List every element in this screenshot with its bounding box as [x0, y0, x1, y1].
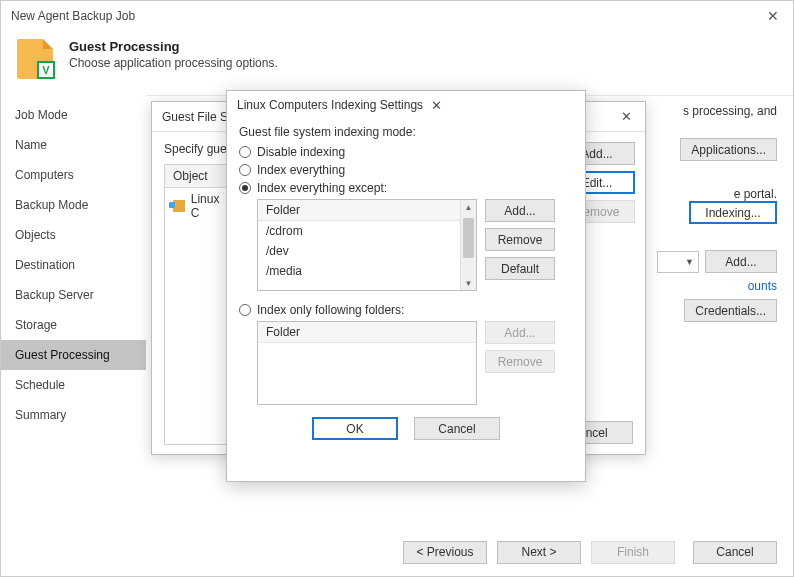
text-fragment-processing: s processing, and	[657, 104, 777, 118]
step-summary[interactable]: Summary	[1, 400, 146, 430]
badge-icon: V	[37, 61, 55, 79]
scrollbar[interactable]: ▲ ▼	[460, 200, 476, 290]
scroll-down-icon[interactable]: ▼	[461, 276, 476, 290]
computer-icon	[173, 200, 185, 212]
indexing-dialog-title: Linux Computers Indexing Settings	[237, 98, 423, 112]
table-row	[165, 400, 233, 422]
text-fragment-portal: e portal.	[657, 187, 777, 201]
except-remove-button[interactable]: Remove	[485, 228, 555, 251]
step-computers[interactable]: Computers	[1, 160, 146, 190]
page-subtitle: Choose application processing options.	[69, 56, 278, 70]
close-icon[interactable]: ✕	[423, 92, 449, 118]
radio-index-only[interactable]: Index only following folders:	[239, 303, 573, 317]
cancel-button[interactable]: Cancel	[414, 417, 500, 440]
indexing-settings-dialog: Linux Computers Indexing Settings ✕ Gues…	[226, 90, 586, 482]
applications-button[interactable]: Applications...	[680, 138, 777, 161]
table-row	[165, 422, 233, 444]
step-objects[interactable]: Objects	[1, 220, 146, 250]
table-row	[165, 378, 233, 400]
except-default-button[interactable]: Default	[485, 257, 555, 280]
previous-button[interactable]: < Previous	[403, 541, 487, 564]
close-icon[interactable]: ✕	[753, 1, 793, 31]
chevron-down-icon: ▼	[685, 257, 694, 267]
table-row	[165, 290, 233, 312]
step-name[interactable]: Name	[1, 130, 146, 160]
radio-label: Index only following folders:	[257, 303, 404, 317]
titlebar: New Agent Backup Job ✕	[1, 1, 793, 31]
list-item	[258, 281, 460, 290]
list-item[interactable]: /media	[258, 261, 460, 281]
finish-button: Finish	[591, 541, 675, 564]
except-add-button[interactable]: Add...	[485, 199, 555, 222]
table-row	[165, 224, 233, 246]
right-controls: s processing, and Applications... e port…	[657, 104, 777, 328]
list-header: Folder	[258, 322, 476, 343]
table-row	[165, 334, 233, 356]
scroll-up-icon[interactable]: ▲	[461, 200, 476, 214]
radio-index-except[interactable]: Index everything except:	[239, 181, 573, 195]
only-remove-button: Remove	[485, 350, 555, 373]
step-guest-processing[interactable]: Guest Processing	[1, 340, 146, 370]
ok-button[interactable]: OK	[312, 417, 398, 440]
list-item[interactable]: /dev	[258, 241, 460, 261]
radio-disable-indexing[interactable]: Disable indexing	[239, 145, 573, 159]
radio-label: Index everything except:	[257, 181, 387, 195]
objects-grid[interactable]: Object Linux C	[164, 164, 234, 445]
list-header: Folder	[258, 200, 460, 221]
table-row	[165, 246, 233, 268]
step-schedule[interactable]: Schedule	[1, 370, 146, 400]
wizard-header: V Guest Processing Choose application pr…	[1, 31, 793, 95]
indexing-mode-label: Guest file system indexing mode:	[239, 125, 573, 139]
step-storage[interactable]: Storage	[1, 310, 146, 340]
step-backup-mode[interactable]: Backup Mode	[1, 190, 146, 220]
table-row	[165, 356, 233, 378]
step-destination[interactable]: Destination	[1, 250, 146, 280]
only-folders-list[interactable]: Folder	[257, 321, 477, 405]
wizard-icon: V	[17, 39, 59, 81]
indexing-button[interactable]: Indexing...	[689, 201, 777, 224]
cancel-button[interactable]: Cancel	[693, 541, 777, 564]
table-row[interactable]: Linux C	[165, 188, 233, 224]
window-title: New Agent Backup Job	[11, 9, 753, 23]
close-icon[interactable]: ✕	[613, 104, 639, 130]
credentials-dropdown[interactable]: ▼	[657, 251, 699, 273]
add-credentials-button[interactable]: Add...	[705, 250, 777, 273]
manage-accounts-link[interactable]: ounts	[657, 279, 777, 293]
grid-header-object: Object	[165, 165, 233, 188]
next-button[interactable]: Next >	[497, 541, 581, 564]
page-title: Guest Processing	[69, 39, 278, 54]
main-window: New Agent Backup Job ✕ V Guest Processin…	[0, 0, 794, 577]
table-row	[165, 312, 233, 334]
except-folders-list[interactable]: Folder /cdrom /dev /media ▲ ▼	[257, 199, 477, 291]
radio-label: Disable indexing	[257, 145, 345, 159]
wizard-footer: < Previous Next > Finish Cancel	[1, 528, 793, 576]
only-add-button: Add...	[485, 321, 555, 344]
radio-label: Index everything	[257, 163, 345, 177]
object-name: Linux C	[191, 192, 225, 220]
radio-index-everything[interactable]: Index everything	[239, 163, 573, 177]
table-row	[165, 268, 233, 290]
scroll-thumb[interactable]	[463, 218, 474, 258]
step-job-mode[interactable]: Job Mode	[1, 100, 146, 130]
step-backup-server[interactable]: Backup Server	[1, 280, 146, 310]
wizard-steps: Job Mode Name Computers Backup Mode Obje…	[1, 95, 146, 525]
list-item[interactable]: /cdrom	[258, 221, 460, 241]
credentials-button[interactable]: Credentials...	[684, 299, 777, 322]
